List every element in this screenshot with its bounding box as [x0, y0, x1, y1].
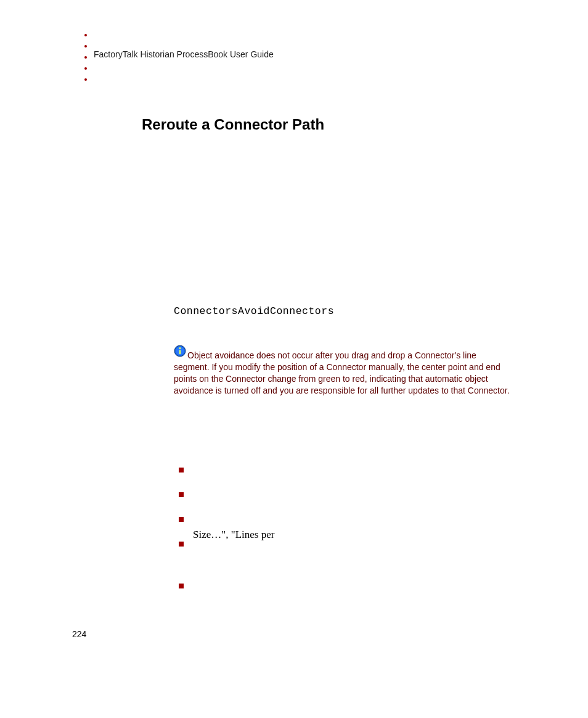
page-number: 224 — [72, 629, 86, 639]
square-bullet — [179, 542, 184, 547]
running-header: FactoryTalk Historian ProcessBook User G… — [94, 49, 274, 59]
section-heading: Reroute a Connector Path — [142, 116, 324, 133]
margin-dot — [84, 45, 87, 47]
svg-point-3 — [179, 347, 181, 349]
margin-dot — [84, 34, 87, 36]
svg-rect-2 — [179, 350, 181, 354]
margin-dot — [84, 67, 87, 70]
info-note: Object avoidance does not occur after yo… — [174, 345, 510, 396]
square-bullet — [179, 517, 184, 522]
margin-dots — [84, 34, 87, 89]
fragment-text: Size…", "Lines per — [193, 529, 274, 541]
square-bullet — [179, 492, 184, 497]
bullet-list — [179, 468, 184, 608]
margin-dot — [84, 56, 87, 59]
square-bullet — [179, 584, 184, 588]
document-page: FactoryTalk Historian ProcessBook User G… — [0, 0, 588, 718]
code-property: ConnectorsAvoidConnectors — [174, 305, 334, 317]
margin-dot — [84, 78, 87, 81]
info-note-text: Object avoidance does not occur after yo… — [174, 350, 510, 395]
square-bullet — [179, 468, 184, 472]
info-icon — [174, 345, 186, 360]
